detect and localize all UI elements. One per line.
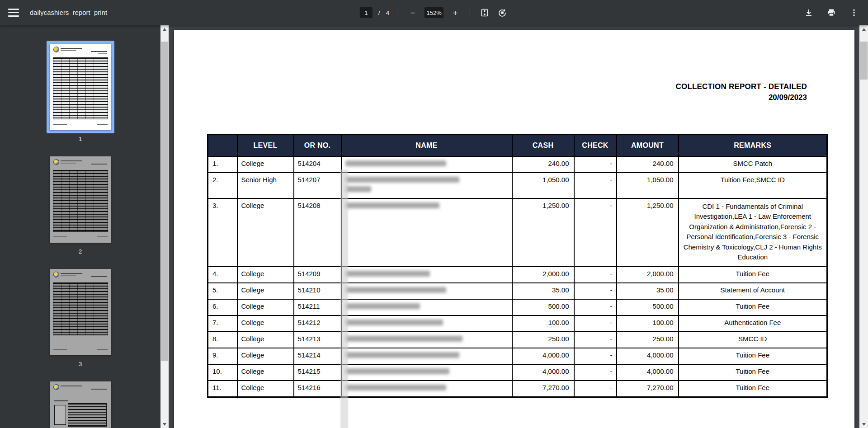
thumbnail-label: 1 — [79, 133, 82, 153]
cash-cell: 7,270.00 — [512, 381, 574, 397]
thumbnail-sidebar: 1 2 — [0, 25, 169, 428]
download-icon[interactable] — [803, 7, 815, 19]
sidebar-scrollbar[interactable] — [160, 25, 169, 428]
cash-cell: 1,250.00 — [512, 198, 574, 267]
or-number-cell: 514214 — [294, 348, 341, 364]
check-cell: - — [574, 348, 617, 364]
remarks-cell: SMCC ID — [679, 332, 827, 348]
row-number-cell: 3. — [208, 198, 237, 267]
toolbar-divider — [398, 8, 398, 18]
table-row: 4. College 514209 2,000.00 - 2,000.00 Tu… — [208, 267, 827, 283]
column-header — [208, 135, 237, 156]
amount-cell: 4,000.00 — [617, 364, 679, 381]
amount-cell: 240.00 — [617, 156, 679, 173]
table-row: 3. College 514208 1,250.00 - 1,250.00 CD… — [208, 198, 827, 267]
or-number-cell: 514204 — [294, 156, 341, 173]
page-number-input[interactable] — [360, 7, 373, 18]
or-number-cell: 514211 — [294, 299, 341, 315]
print-icon[interactable] — [826, 7, 837, 19]
remarks-cell: Tuition Fee — [679, 267, 827, 283]
or-number-cell: 514208 — [294, 198, 341, 267]
school-logo-icon — [54, 385, 59, 390]
redacted-name-bar — [345, 287, 446, 293]
page-total: 4 — [386, 9, 390, 16]
table-row: 10. College 514215 4,000.00 - 4,000.00 T… — [208, 364, 827, 381]
redacted-name-bar — [345, 320, 443, 325]
sidebar-scrollbar-thumb[interactable] — [161, 42, 168, 361]
cash-cell: 100.00 — [512, 315, 574, 332]
or-number-cell: 514207 — [294, 173, 341, 198]
menu-icon[interactable] — [8, 9, 19, 17]
level-cell: College — [237, 364, 294, 381]
amount-cell: 35.00 — [617, 283, 679, 299]
redacted-name-bar — [345, 303, 420, 309]
report-title: COLLECTION REPORT - DETAILED — [174, 82, 807, 91]
row-number-cell: 2. — [208, 173, 237, 198]
check-cell: - — [574, 156, 617, 173]
column-header: CASH — [512, 135, 574, 156]
name-cell-redacted — [341, 283, 512, 299]
table-row: 9. College 514214 4,000.00 - 4,000.00 Tu… — [208, 348, 827, 364]
amount-cell: 100.00 — [617, 315, 679, 332]
main-scrollbar[interactable] — [859, 25, 868, 428]
remarks-cell: Tuition Fee — [679, 299, 827, 315]
column-header: AMOUNT — [617, 135, 679, 156]
column-header: LEVEL — [237, 135, 294, 156]
level-cell: College — [237, 348, 294, 364]
scroll-up-icon[interactable] — [160, 25, 169, 33]
zoom-in-button[interactable]: + — [449, 7, 461, 19]
table-row: 8. College 514213 250.00 - 250.00 SMCC I… — [208, 332, 827, 348]
remarks-cell: Tuition Fee — [679, 348, 827, 364]
thumbnail-label: 3 — [79, 358, 82, 378]
check-cell: - — [574, 299, 617, 315]
or-number-cell: 514213 — [294, 332, 341, 348]
level-cell: College — [237, 299, 294, 315]
fit-page-icon[interactable] — [479, 7, 491, 19]
cash-cell: 1,050.00 — [512, 173, 574, 198]
collection-report-table: LEVELOR NO.NAMECASHCHECKAMOUNTREMARKS 1.… — [207, 134, 828, 398]
amount-cell: 2,000.00 — [617, 267, 679, 283]
remarks-cell: SMCC Patch — [679, 156, 827, 173]
column-header: NAME — [341, 135, 512, 156]
thumbnail-page-3-preview — [50, 269, 111, 355]
name-cell-redacted — [341, 381, 512, 397]
scroll-up-icon[interactable] — [859, 25, 868, 33]
toolbar: dailycashiers_report_print / 4 − 152% + — [0, 0, 868, 25]
redacted-name-bar — [345, 186, 372, 192]
zoom-level[interactable]: 152% — [425, 7, 443, 18]
cash-cell: 4,000.00 — [512, 364, 574, 381]
thumbnail-page-1[interactable]: 1 — [47, 41, 114, 153]
level-cell: College — [237, 198, 294, 267]
check-cell: - — [574, 332, 617, 348]
redacted-name-bar — [345, 385, 446, 390]
name-cell-redacted — [341, 198, 512, 267]
cash-cell: 35.00 — [512, 283, 574, 299]
table-row: 1. College 514204 240.00 - 240.00 SMCC P… — [208, 156, 827, 173]
thumbnail-page-2[interactable]: 2 — [47, 153, 114, 266]
or-number-cell: 514216 — [294, 381, 341, 397]
redacted-name-bar — [345, 336, 462, 342]
column-header: CHECK — [574, 135, 617, 156]
zoom-out-button[interactable]: − — [407, 7, 419, 19]
thumbnail-page-4[interactable] — [47, 378, 114, 428]
or-number-cell: 514209 — [294, 267, 341, 283]
row-number-cell: 4. — [208, 267, 237, 283]
table-row: 6. College 514211 500.00 - 500.00 Tuitio… — [208, 299, 827, 315]
name-cell-redacted — [341, 156, 512, 173]
or-number-cell: 514212 — [294, 315, 341, 332]
scroll-down-icon[interactable] — [160, 420, 169, 428]
amount-cell: 1,250.00 — [617, 198, 679, 267]
check-cell: - — [574, 198, 617, 267]
cash-cell: 500.00 — [512, 299, 574, 315]
level-cell: College — [237, 315, 294, 332]
school-logo-icon — [54, 160, 59, 165]
check-cell: - — [574, 364, 617, 381]
row-number-cell: 5. — [208, 283, 237, 299]
thumbnail-page-3[interactable]: 3 — [47, 266, 114, 378]
more-vert-icon[interactable] — [848, 7, 860, 19]
rotate-ccw-icon[interactable] — [496, 7, 508, 19]
scroll-down-icon[interactable] — [859, 420, 868, 428]
main-scrollbar-thumb[interactable] — [860, 42, 868, 80]
name-cell-redacted — [341, 315, 512, 332]
remarks-cell: Tuition Fee — [679, 364, 827, 381]
